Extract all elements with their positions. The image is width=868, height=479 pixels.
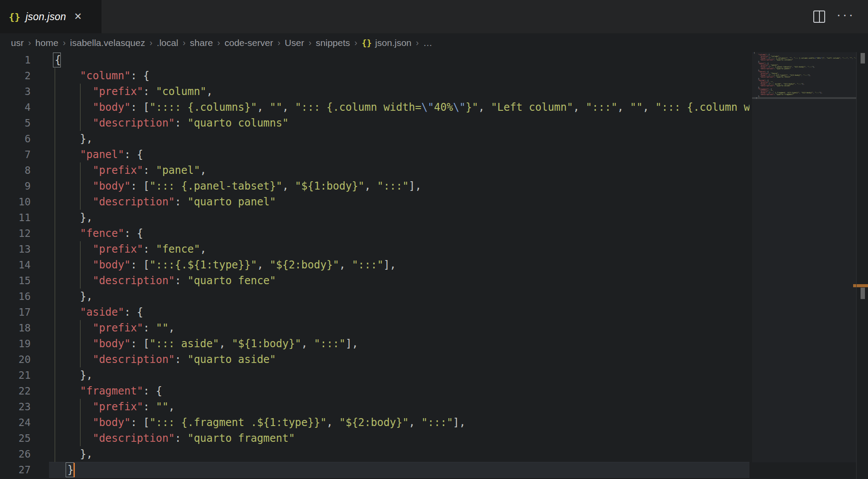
code-line: "panel": { (0, 147, 749, 162)
breadcrumb-item-usr[interactable]: usr (11, 38, 24, 48)
more-actions-icon[interactable]: ··· (836, 14, 855, 19)
close-icon[interactable]: ✕ (74, 12, 82, 21)
tab-bar: {} json.json ✕ ··· (0, 0, 868, 33)
code-line: "description": "quarto fence" (0, 273, 749, 289)
code-line: "prefix": "column", (0, 84, 749, 99)
code-line: }, (0, 131, 749, 147)
code-line: "prefix": "", (0, 320, 749, 336)
code-line: }, (0, 210, 749, 225)
breadcrumb-separator: › (308, 38, 312, 48)
breadcrumb-item-code-server[interactable]: code-server (224, 38, 273, 48)
breadcrumb-separator: › (354, 38, 357, 48)
scrollbar-thumb[interactable] (861, 53, 865, 63)
breadcrumb-separator: › (28, 38, 31, 48)
code-line: } (0, 462, 749, 478)
code-line: "aside": { (0, 304, 749, 320)
breadcrumb-separator: › (277, 38, 280, 48)
code-line: "body": ["::: aside", "${1:body}", ":::"… (0, 336, 749, 352)
bracket-match-open (53, 53, 61, 67)
code-line: "body": [":::{.${1:type}}", "${2:body}",… (0, 257, 749, 273)
json-file-icon: {} (362, 38, 372, 48)
code-line: "description": "quarto columns" (0, 115, 749, 131)
split-editor-icon[interactable] (813, 11, 825, 23)
breadcrumb-item-isabella.velasquez[interactable]: isabella.velasquez (70, 38, 145, 48)
tab-json-json[interactable]: {} json.json ✕ (0, 0, 102, 33)
code-line: "column": { (0, 68, 749, 84)
breadcrumb-item-snippets[interactable]: snippets (316, 38, 350, 48)
code-line: "body": ["::: {.fragment .${1:type}}", "… (0, 415, 749, 430)
scrollbar[interactable] (856, 52, 868, 479)
json-file-icon: {} (9, 11, 21, 22)
breadcrumb: usr›home›isabella.velasquez›.local›share… (0, 33, 868, 52)
code-line: "body": ["::: {.panel-tabset}", "${1:bod… (0, 178, 749, 194)
breadcrumb-item-json.json[interactable]: {}json.json (362, 38, 412, 48)
code-line: { (0, 52, 749, 68)
breadcrumb-item-home[interactable]: home (35, 38, 59, 48)
breadcrumb-separator: › (182, 38, 186, 48)
code-line: }, (0, 289, 749, 304)
breadcrumb-item-.local[interactable]: .local (157, 38, 178, 48)
code-line: "prefix": "panel", (0, 162, 749, 178)
minimap-current-line (752, 97, 856, 99)
editor-actions: ··· (813, 0, 868, 33)
breadcrumb-separator: › (150, 38, 153, 48)
breadcrumb-item--[interactable]: … (423, 38, 432, 48)
code-editor-window: {} json.json ✕ ··· usr›home›isabella.vel… (0, 0, 868, 479)
breadcrumb-separator: › (63, 38, 66, 48)
minimap[interactable]: { "column": { "prefix": "column", "body"… (752, 52, 856, 462)
code-line: }, (0, 446, 749, 462)
text-cursor (74, 463, 75, 477)
scrollbar-thumb[interactable] (861, 288, 865, 299)
breadcrumb-separator: › (217, 38, 220, 48)
code-line: "fragment": { (0, 383, 749, 399)
breadcrumb-item-share[interactable]: share (190, 38, 213, 48)
code-line: "prefix": "fence", (0, 241, 749, 257)
code-content[interactable]: { "column": { "prefix": "column", "body"… (0, 52, 749, 479)
code-line: }, (0, 367, 749, 383)
breadcrumb-separator: › (416, 38, 419, 48)
code-line: "fence": { (0, 225, 749, 241)
code-line: "body": [":::: {.columns}", "", "::: {.c… (0, 99, 749, 115)
code-line: "description": "quarto panel" (0, 194, 749, 210)
breadcrumb-item-user[interactable]: User (285, 38, 304, 48)
tab-title: json.json (26, 11, 66, 23)
bracket-match-close (66, 462, 74, 477)
code-line: "description": "quarto aside" (0, 352, 749, 367)
code-line: "prefix": "", (0, 399, 749, 415)
code-line: "description": "quarto fragment" (0, 430, 749, 446)
editor-pane[interactable]: 1234567891011121314151617181920212223242… (0, 52, 868, 479)
